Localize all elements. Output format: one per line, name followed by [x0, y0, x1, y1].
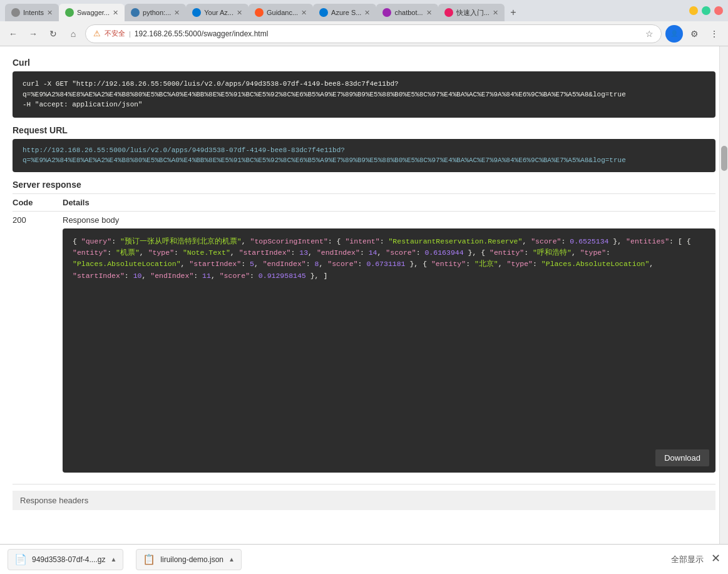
address-bar-row: ← → ↻ ⌂ ⚠ 不安全 | 192.168.26.55:5000/swagg…	[0, 21, 728, 46]
json-content: { "query": "预订一张从呼和浩特到北京的机票", "topScorin…	[73, 237, 691, 280]
tab-favicon-chatbot	[382, 8, 391, 17]
tab-quickstart[interactable]: 快速入门... ✕	[438, 4, 505, 21]
url-text: 192.168.26.55:5000/swagger/index.html	[135, 29, 642, 38]
download-file-icon-2: 📋	[143, 553, 155, 565]
browser-chrome: Intents ✕ Swagger... ✕ python:... ✕ Your…	[0, 0, 728, 46]
curl-code-block: curl -X GET "http://192.168.26.55:5000/l…	[13, 71, 715, 118]
request-url-label: Request URL	[13, 125, 715, 135]
tab-favicon-swagger	[65, 8, 74, 17]
profile-button[interactable]: 👤	[665, 25, 683, 43]
tab-title-intents: Intents	[23, 9, 44, 16]
details-column-header: Details	[63, 198, 715, 207]
curl-label: Curl	[13, 58, 715, 68]
response-body-label: Response body	[63, 215, 715, 225]
response-table: Code Details 200 Response body { "query"…	[13, 193, 715, 484]
server-response-label: Server response	[13, 180, 715, 190]
show-all-button[interactable]: 全部显示	[666, 551, 709, 568]
tab-title-swagger: Swagger...	[77, 9, 110, 16]
tab-favicon-azures	[319, 8, 328, 17]
tabs-area: Intents ✕ Swagger... ✕ python:... ✕ Your…	[5, 0, 522, 21]
window-controls: − □ ✕	[689, 6, 723, 15]
scrollbar-track[interactable]	[720, 46, 728, 544]
bottom-bar-right: 全部显示 ✕	[666, 551, 720, 568]
tab-title-quickstart: 快速入门...	[456, 8, 490, 18]
response-row-200: 200 Response body { "query": "预订一张从呼和浩特到…	[13, 212, 715, 484]
tab-title-python: python:...	[143, 9, 171, 16]
download-filename-1: 949d3538-07df-4....gz	[32, 555, 105, 564]
page-scrollbar[interactable]	[719, 46, 728, 544]
request-url-section: Request URL http://192.168.26.55:5000/lu…	[13, 125, 715, 172]
tab-guidance[interactable]: Guidanc... ✕	[249, 4, 313, 21]
tab-title-guidance: Guidanc...	[267, 9, 298, 16]
tab-close-intents[interactable]: ✕	[47, 9, 53, 17]
separator: |	[129, 30, 131, 38]
not-secure-label: 不安全	[105, 29, 125, 38]
page-content: Curl curl -X GET "http://192.168.26.55:5…	[0, 46, 728, 544]
tab-favicon-youraz	[192, 8, 201, 17]
close-button[interactable]: ✕	[714, 6, 723, 15]
download-chevron-1[interactable]: ▲	[110, 556, 116, 563]
back-button[interactable]: ←	[5, 26, 21, 42]
tab-favicon-quickstart	[444, 8, 453, 17]
tab-azures[interactable]: Azure S... ✕	[313, 4, 376, 21]
maximize-button[interactable]: □	[702, 6, 710, 15]
tab-intents[interactable]: Intents ✕	[5, 4, 59, 21]
main-content: Curl curl -X GET "http://192.168.26.55:5…	[0, 46, 728, 544]
download-item-1[interactable]: 📄 949d3538-07df-4....gz ▲	[8, 549, 123, 570]
bottom-bar: 📄 949d3538-07df-4....gz ▲ 📋 liruilong-de…	[0, 544, 728, 574]
tab-close-swagger[interactable]: ✕	[113, 9, 118, 17]
tab-favicon-python	[131, 8, 140, 17]
tab-title-youraz: Your Az...	[204, 9, 233, 16]
extensions-button[interactable]: ⚙	[685, 25, 703, 43]
address-box[interactable]: ⚠ 不安全 | 192.168.26.55:5000/swagger/index…	[85, 24, 662, 43]
download-button[interactable]: Download	[655, 449, 709, 466]
security-warning-icon: ⚠	[93, 29, 101, 38]
code-column-header: Code	[13, 198, 63, 207]
browser-actions: 👤 ⚙ ⋮	[665, 25, 723, 43]
tab-favicon-guidance	[255, 8, 264, 17]
tab-swagger[interactable]: Swagger... ✕	[59, 4, 125, 21]
tab-close-guidance[interactable]: ✕	[301, 9, 307, 17]
response-table-header: Code Details	[13, 194, 715, 212]
tab-title-azures: Azure S...	[331, 9, 361, 16]
tab-title-chatbot: chatbot...	[394, 9, 423, 16]
menu-button[interactable]: ⋮	[705, 25, 723, 43]
download-filename-2: liruilong-demo.json	[160, 555, 223, 564]
tab-youraz[interactable]: Your Az... ✕	[186, 4, 249, 21]
curl-section: Curl curl -X GET "http://192.168.26.55:5…	[13, 58, 715, 118]
tab-close-quickstart[interactable]: ✕	[493, 9, 498, 17]
download-chevron-2[interactable]: ▲	[228, 556, 235, 563]
home-button[interactable]: ⌂	[65, 26, 81, 42]
tab-close-azures[interactable]: ✕	[364, 9, 370, 17]
reload-button[interactable]: ↻	[45, 26, 61, 42]
minimize-button[interactable]: −	[689, 6, 698, 15]
close-download-bar-button[interactable]: ✕	[711, 551, 720, 565]
response-headers-label: Response headers	[20, 496, 88, 505]
request-url-block: http://192.168.26.55:5000/luis/v2.0/apps…	[13, 139, 715, 172]
tab-close-chatbot[interactable]: ✕	[426, 9, 432, 17]
scrollbar-thumb[interactable]	[721, 146, 727, 171]
bookmark-icon[interactable]: ☆	[645, 29, 654, 39]
download-file-icon-1: 📄	[14, 553, 27, 565]
tab-close-python[interactable]: ✕	[174, 9, 180, 17]
tab-python[interactable]: python:... ✕	[125, 4, 186, 21]
response-details: Response body { "query": "预订一张从呼和浩特到北京的机…	[63, 215, 715, 480]
download-item-2[interactable]: 📋 liruilong-demo.json ▲	[136, 549, 242, 570]
tab-favicon-intents	[11, 8, 20, 17]
response-headers-section: Response headers	[13, 491, 715, 510]
tab-chatbot[interactable]: chatbot... ✕	[376, 4, 438, 21]
new-tab-button[interactable]: +	[505, 4, 522, 21]
server-response-section: Server response Code Details 200 Respons…	[13, 180, 715, 484]
json-response-block[interactable]: { "query": "预订一张从呼和浩特到北京的机票", "topScorin…	[63, 228, 715, 473]
forward-button[interactable]: →	[25, 26, 41, 42]
tab-close-youraz[interactable]: ✕	[237, 9, 242, 17]
response-code-200: 200	[13, 215, 63, 225]
title-bar: Intents ✕ Swagger... ✕ python:... ✕ Your…	[0, 0, 728, 21]
